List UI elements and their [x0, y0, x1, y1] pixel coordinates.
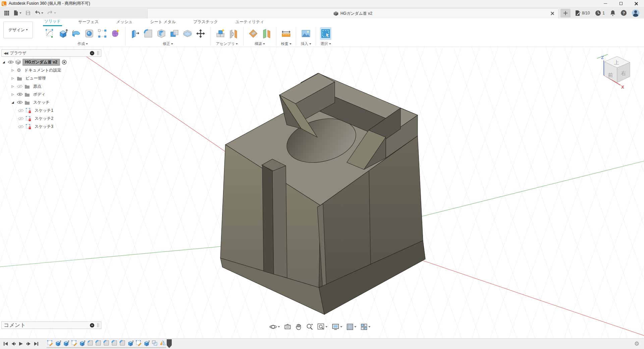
step-back-button[interactable]	[11, 342, 16, 346]
tab-surface[interactable]: サーフェス	[77, 18, 100, 26]
combine-button[interactable]	[169, 27, 180, 40]
go-to-end-button[interactable]	[34, 342, 39, 346]
browser-header[interactable]: ◀◀ ブラウザ −	[1, 49, 101, 57]
notifications-button[interactable]	[610, 10, 615, 16]
new-component-button[interactable]	[215, 27, 226, 40]
slot-groove-light-face[interactable]	[272, 166, 287, 278]
joint-button[interactable]	[228, 27, 239, 40]
group-construct-label[interactable]: 構築	[255, 41, 262, 46]
collapse-arrow-icon[interactable]: ▷	[10, 68, 15, 72]
revolve-button[interactable]	[70, 27, 82, 40]
offset-plane-button[interactable]	[261, 27, 272, 40]
close-tab-icon[interactable]	[550, 11, 555, 16]
maximize-button[interactable]	[613, 0, 629, 7]
tree-item-label[interactable]: ボディ	[32, 91, 47, 98]
app-grid-button[interactable]	[3, 9, 11, 17]
user-avatar[interactable]	[632, 9, 639, 17]
press-pull-button[interactable]	[129, 27, 141, 40]
tree-item-label[interactable]: ドキュメントの設定	[23, 67, 63, 73]
timeline-feature-chamfer[interactable]	[87, 340, 94, 346]
tree-item-label[interactable]: スケッチ3	[33, 123, 55, 130]
tree-row-sketch3[interactable]: スケッチ3	[1, 122, 101, 131]
group-inspect-label[interactable]: 検査	[281, 41, 288, 46]
eye-hidden-icon[interactable]	[18, 108, 24, 113]
grid-snap-button[interactable]	[345, 323, 357, 331]
viewcube-top-label[interactable]: 上	[614, 59, 619, 65]
look-at-button[interactable]	[283, 323, 292, 331]
timeline-feature-extrude[interactable]	[79, 340, 86, 346]
timeline-feature-sketch[interactable]	[47, 340, 53, 346]
tab-solid[interactable]: ソリッド	[43, 18, 62, 26]
timeline-settings-gear-icon[interactable]: ⚙	[634, 340, 644, 347]
tree-item-label[interactable]: スケッチ2	[33, 115, 55, 122]
tree-row-bodies[interactable]: ▷ ボディ	[1, 90, 101, 98]
activate-radio-icon[interactable]	[62, 60, 67, 65]
help-button[interactable]: ?	[621, 10, 627, 16]
group-create-label[interactable]: 作成	[77, 41, 85, 46]
select-button[interactable]	[320, 27, 331, 40]
timeline-feature-fillet[interactable]	[111, 340, 118, 346]
eye-visible-icon[interactable]	[17, 100, 23, 104]
tab-mesh[interactable]: メッシュ	[115, 18, 134, 26]
go-to-start-button[interactable]	[3, 342, 8, 346]
hole-button[interactable]	[84, 27, 95, 40]
group-select-label[interactable]: 選択	[321, 41, 328, 46]
timeline-feature-sketch[interactable]	[71, 340, 77, 346]
eye-visible-icon[interactable]	[8, 60, 14, 64]
timeline-position-marker[interactable]	[167, 339, 172, 348]
view-cube[interactable]: 上 前 右 Z X	[596, 51, 637, 91]
play-button[interactable]	[19, 342, 23, 346]
create-sketch-button[interactable]	[44, 27, 56, 40]
tree-item-label[interactable]: 原点	[32, 83, 43, 90]
viewcube-right-label[interactable]: 右	[621, 70, 626, 76]
version-history-button[interactable]: 1	[595, 10, 605, 16]
expand-arrow-icon[interactable]: ◢	[1, 60, 6, 64]
timeline-feature-extrude[interactable]	[143, 340, 150, 346]
comment-bar[interactable]: コメント +	[1, 321, 101, 329]
collapse-arrow-icon[interactable]: ▷	[10, 93, 15, 96]
new-tab-button[interactable]	[560, 9, 571, 17]
collapse-arrow-icon[interactable]: ▷	[10, 77, 15, 80]
timeline-feature-mirror[interactable]	[159, 340, 166, 346]
timeline-feature-extrude[interactable]	[63, 340, 69, 346]
tree-item-label[interactable]: スケッチ	[32, 99, 51, 106]
collapse-panel-icon[interactable]: ◀◀	[4, 51, 7, 55]
split-body-button[interactable]	[182, 27, 193, 40]
timeline-feature-fillet[interactable]	[103, 340, 110, 346]
expand-arrow-icon[interactable]: ◢	[10, 101, 15, 104]
eye-hidden-icon[interactable]	[17, 84, 23, 89]
model-body[interactable]	[220, 73, 425, 314]
fillet-button[interactable]	[143, 27, 154, 40]
viewport-canvas[interactable]: ◀◀ ブラウザ − ◢ HGガンダム首 v2	[0, 47, 644, 338]
minimize-button[interactable]	[598, 0, 613, 7]
redo-button[interactable]	[46, 9, 57, 16]
insert-button[interactable]	[300, 27, 312, 40]
undo-button[interactable]	[33, 9, 45, 16]
timeline-feature-pattern[interactable]	[151, 340, 158, 346]
eye-hidden-icon[interactable]	[18, 124, 24, 129]
viewcube-front-label[interactable]: 前	[608, 72, 613, 78]
timeline-feature-extrude[interactable]	[127, 340, 134, 346]
eye-hidden-icon[interactable]	[18, 116, 24, 121]
save-button[interactable]	[24, 9, 32, 16]
timeline-feature-extrude[interactable]	[55, 340, 61, 346]
tree-row-sketches[interactable]: ◢ スケッチ	[1, 98, 101, 106]
timeline-feature-list[interactable]	[47, 340, 166, 348]
root-component-label[interactable]: HGガンダム首 v2	[22, 59, 60, 66]
panel-grip[interactable]	[97, 323, 99, 327]
zoom-button[interactable]	[305, 323, 314, 331]
step-forward-button[interactable]	[26, 342, 31, 346]
group-assemble-label[interactable]: アセンブリ	[216, 41, 235, 46]
measure-button[interactable]	[280, 27, 292, 40]
add-comment-icon[interactable]: +	[90, 323, 94, 328]
orbit-button[interactable]	[268, 323, 281, 331]
job-status-button[interactable]: 8/10	[575, 10, 590, 16]
tree-row-sketch2[interactable]: スケッチ2	[1, 114, 101, 122]
slot-groove-dark-face[interactable]	[262, 165, 274, 274]
group-modify-label[interactable]: 修正	[163, 41, 170, 46]
tree-row-sketch1[interactable]: スケッチ1	[1, 106, 101, 114]
collapse-arrow-icon[interactable]: ▷	[10, 85, 15, 88]
tab-utilities[interactable]: ユーティリティ	[234, 18, 266, 26]
tree-row-named-views[interactable]: ▷ ビュー管理	[1, 74, 101, 82]
display-settings-button[interactable]	[331, 323, 343, 331]
